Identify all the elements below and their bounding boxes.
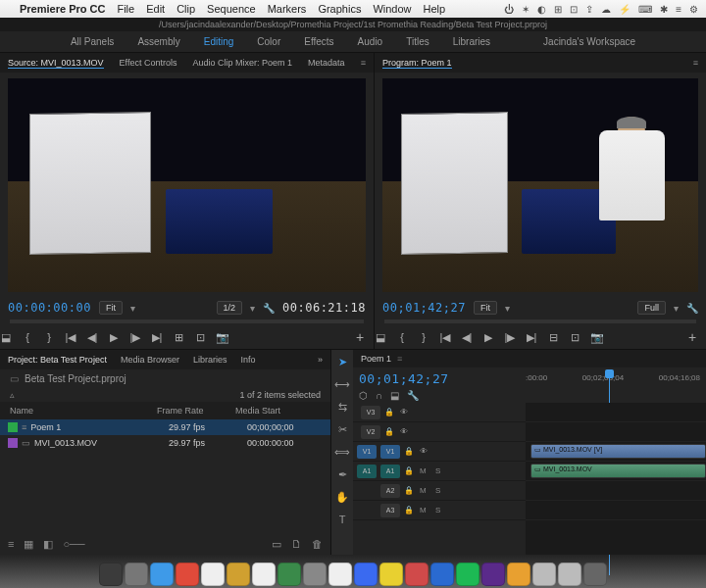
ws-audio[interactable]: Audio — [358, 36, 383, 47]
timeline-tc[interactable]: 00;01;42;27 — [359, 369, 526, 390]
eye-icon[interactable]: 👁 — [400, 408, 412, 416]
dock-app-icon[interactable] — [405, 563, 429, 586]
filter-icon[interactable]: ▵ — [10, 390, 15, 400]
program-tc[interactable]: 00;01;42;27 — [382, 301, 466, 315]
link-icon[interactable]: ∩ — [376, 390, 382, 401]
go-in-icon[interactable]: |◀ — [65, 331, 76, 344]
tab-metadata[interactable]: Metadata — [308, 58, 345, 68]
status-icon[interactable]: ⚡ — [619, 4, 630, 15]
status-icon[interactable]: ≡ — [676, 4, 681, 15]
dock-app-icon[interactable] — [507, 563, 530, 586]
app-name[interactable]: Premiere Pro CC — [20, 3, 105, 15]
tab-source[interactable]: Source: MVI_0013.MOV — [8, 58, 104, 69]
dock-app-icon[interactable] — [150, 563, 174, 586]
go-in-icon[interactable]: |◀ — [439, 331, 451, 344]
track-target[interactable]: A1 — [380, 465, 400, 478]
status-icon[interactable]: ⊡ — [570, 4, 578, 15]
audio-clip[interactable]: ▭ MVI_0013.MOV — [530, 464, 706, 478]
source-patch[interactable]: A1 — [357, 465, 377, 478]
dock-app-icon[interactable] — [99, 563, 123, 586]
wrench-icon[interactable]: 🔧 — [263, 303, 275, 314]
status-icon[interactable]: ◐ — [537, 4, 546, 15]
tab-project[interactable]: Project: Beta Test Project — [8, 355, 107, 365]
dock-app-icon[interactable] — [430, 563, 454, 586]
overwrite-icon[interactable]: ⊡ — [194, 331, 206, 344]
lock-icon[interactable]: 🔒 — [384, 427, 396, 436]
col-name[interactable]: Name — [4, 404, 151, 417]
menu-sequence[interactable]: Sequence — [207, 3, 256, 15]
status-icon[interactable]: ☁ — [601, 4, 611, 15]
ws-titles[interactable]: Titles — [406, 36, 429, 47]
menu-edit[interactable]: Edit — [146, 3, 165, 15]
selection-tool-icon[interactable]: ➤ — [338, 356, 347, 368]
eye-icon[interactable]: 👁 — [400, 427, 412, 436]
lock-icon[interactable]: 🔒 — [404, 486, 416, 495]
menu-markers[interactable]: Markers — [268, 3, 307, 15]
audio-track-header[interactable]: A1A1🔒MS — [353, 462, 526, 481]
new-bin-icon[interactable]: ▭ — [272, 538, 281, 551]
dock-app-icon[interactable] — [125, 563, 148, 586]
dock-app-icon[interactable] — [481, 563, 505, 586]
track-target[interactable]: V1 — [380, 445, 400, 459]
source-tc-out[interactable]: 00:06:21:18 — [282, 301, 366, 315]
lock-icon[interactable]: 🔒 — [404, 447, 416, 456]
status-icon[interactable]: ✱ — [660, 4, 668, 15]
status-icon[interactable]: ⚙ — [689, 4, 698, 15]
dock-app-icon[interactable] — [456, 563, 479, 586]
go-out-icon[interactable]: ▶| — [151, 331, 163, 344]
marker-icon[interactable]: ⬓ — [390, 390, 399, 401]
mark-in-icon[interactable]: { — [22, 331, 33, 343]
extract-icon[interactable]: ⊡ — [569, 331, 580, 344]
ws-color[interactable]: Color — [257, 36, 280, 47]
mark-in-icon[interactable]: { — [396, 331, 408, 343]
source-scrubber[interactable] — [10, 319, 364, 323]
mute-icon[interactable]: M — [420, 506, 431, 514]
program-zoom[interactable]: Fit — [474, 301, 497, 315]
lock-icon[interactable]: 🔒 — [384, 408, 396, 416]
trash-icon[interactable]: 🗑 — [312, 538, 323, 550]
mark-out-icon[interactable]: } — [418, 331, 429, 343]
ws-all-panels[interactable]: All Panels — [71, 36, 114, 47]
panel-menu-icon[interactable]: ≡ — [693, 58, 698, 68]
program-quality[interactable]: Full — [637, 301, 666, 315]
go-out-icon[interactable]: ▶| — [526, 331, 537, 344]
ws-assembly[interactable]: Assembly — [137, 36, 179, 47]
tab-info[interactable]: Info — [240, 355, 255, 365]
program-viewport[interactable] — [382, 78, 698, 292]
dock-app-icon[interactable] — [532, 563, 556, 586]
ws-editing[interactable]: Editing — [204, 36, 234, 47]
timeline-ruler[interactable]: :00:00 00;02;08;04 00;04;16;08 — [526, 369, 700, 399]
col-start[interactable]: Media Start — [229, 404, 327, 417]
timeline-lanes[interactable]: ▭ MVI_0013.MOV [V] ▭ MVI_0013.MOV — [526, 403, 706, 555]
status-icon[interactable]: ⊞ — [554, 4, 562, 15]
new-item-icon[interactable]: 🗋 — [291, 538, 302, 550]
lift-icon[interactable]: ⊟ — [547, 331, 559, 344]
eye-icon[interactable]: 👁 — [420, 447, 431, 456]
lock-icon[interactable]: 🔒 — [404, 466, 416, 475]
track-target[interactable]: A2 — [380, 484, 400, 498]
panel-menu-icon[interactable]: » — [318, 355, 323, 365]
hand-tool-icon[interactable]: ✋ — [335, 491, 349, 504]
col-rate[interactable]: Frame Rate — [151, 404, 229, 417]
dock-app-icon[interactable] — [176, 563, 199, 586]
dock-app-icon[interactable] — [277, 563, 301, 586]
dock-app-icon[interactable] — [583, 563, 607, 586]
dock-app-icon[interactable] — [379, 563, 403, 586]
icon-view-icon[interactable]: ▦ — [24, 538, 33, 551]
zoom-slider[interactable]: ○── — [63, 538, 84, 550]
pen-tool-icon[interactable]: ✒ — [338, 468, 347, 481]
panel-menu-icon[interactable]: ≡ — [361, 58, 366, 68]
button-editor-icon[interactable]: + — [354, 329, 366, 345]
export-frame-icon[interactable]: 📷 — [590, 331, 602, 344]
type-tool-icon[interactable]: T — [339, 514, 346, 525]
ws-libraries[interactable]: Libraries — [453, 36, 490, 47]
mute-icon[interactable]: M — [420, 466, 431, 475]
menu-help[interactable]: Help — [424, 3, 446, 15]
solo-icon[interactable]: S — [435, 506, 447, 514]
track-target[interactable]: A3 — [380, 504, 400, 517]
project-row[interactable]: ▭MVI_0013.MOV29.97 fps00:00:00:00 — [0, 435, 330, 451]
ripple-tool-icon[interactable]: ⇆ — [338, 401, 347, 414]
video-track-header[interactable]: V3🔒👁 — [353, 403, 526, 422]
button-editor-icon[interactable]: + — [686, 329, 698, 345]
slip-tool-icon[interactable]: ⟺ — [334, 446, 350, 459]
